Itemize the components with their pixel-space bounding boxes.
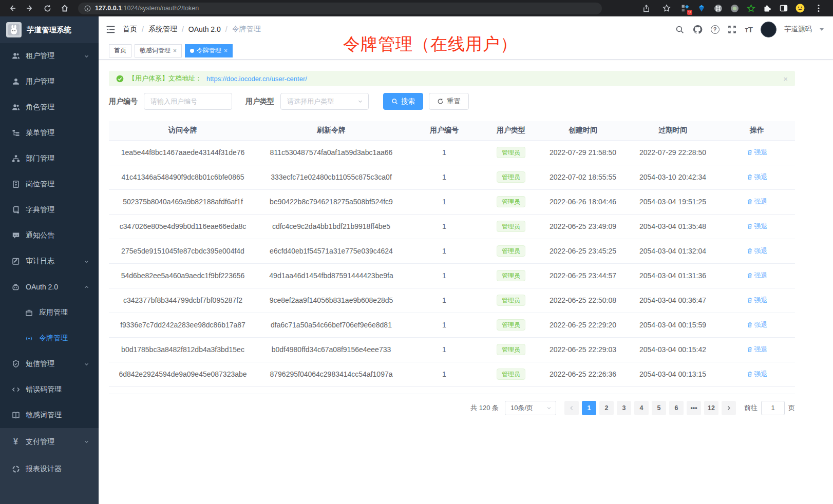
trash-icon bbox=[747, 371, 753, 377]
force-logout-button[interactable]: 强退 bbox=[747, 246, 768, 256]
sidebar-item-report-designer[interactable]: 报表设计器 bbox=[0, 455, 99, 482]
user-name[interactable]: 芋道源码 bbox=[784, 25, 812, 34]
search-button[interactable]: 搜索 bbox=[383, 93, 423, 110]
github-icon[interactable] bbox=[693, 24, 703, 34]
breadcrumb-current: 令牌管理 bbox=[232, 25, 261, 34]
page-button-2[interactable]: 2 bbox=[599, 401, 614, 415]
page-button-6[interactable]: 6 bbox=[669, 401, 684, 415]
profile-avatar-icon[interactable] bbox=[795, 3, 805, 13]
sidebar-item-oauth2[interactable]: OAuth 2.0 bbox=[0, 274, 99, 300]
sidebar-item-notice[interactable]: 通知公告 bbox=[0, 223, 99, 248]
sidebar-menu: 租户管理 用户管理 角色管理 菜单管理 部门管理 岗位管理 字典管理 bbox=[0, 43, 99, 428]
app-logo-bar[interactable]: 芋道管理系统 bbox=[0, 16, 99, 43]
url-bar[interactable]: 127.0.0.1:1024/system/oauth2/token bbox=[78, 3, 602, 14]
prev-page-button[interactable] bbox=[564, 401, 579, 415]
close-icon[interactable]: × bbox=[173, 47, 177, 54]
goto-label: 前往 bbox=[744, 403, 758, 413]
breadcrumb-oauth2[interactable]: OAuth 2.0 bbox=[188, 25, 221, 33]
sidebar-item-sms[interactable]: 短信管理 bbox=[0, 351, 99, 377]
extension-command-icon[interactable] bbox=[713, 3, 723, 13]
sidebar-bottom-section: ¥ 支付管理 报表设计器 bbox=[0, 428, 99, 504]
back-icon[interactable] bbox=[5, 2, 20, 15]
trash-icon bbox=[747, 297, 753, 303]
page-button-3[interactable]: 3 bbox=[617, 401, 631, 415]
extension-star-icon[interactable] bbox=[746, 3, 756, 13]
home-icon[interactable] bbox=[58, 2, 72, 15]
sidebar-item-post[interactable]: 岗位管理 bbox=[0, 171, 99, 197]
share-icon[interactable] bbox=[639, 2, 653, 15]
sidebar-item-role[interactable]: 角色管理 bbox=[0, 94, 99, 120]
sidebar-item-label: 用户管理 bbox=[26, 77, 54, 86]
force-logout-button[interactable]: 强退 bbox=[747, 172, 768, 182]
breadcrumb-home[interactable]: 首页 bbox=[123, 25, 137, 34]
user-type-cell: 管理员 bbox=[483, 214, 539, 239]
browser-toolbar: 127.0.0.1:1024/system/oauth2/token 9 bbox=[0, 0, 833, 16]
chevron-down-icon bbox=[546, 405, 552, 411]
user-id-input[interactable] bbox=[144, 93, 232, 110]
force-logout-button[interactable]: 强退 bbox=[747, 320, 768, 329]
page-button-12[interactable]: 12 bbox=[704, 401, 718, 415]
action-cell: 强退 bbox=[719, 263, 795, 288]
sidebar-item-pay[interactable]: ¥ 支付管理 bbox=[0, 428, 99, 455]
hamburger-icon[interactable] bbox=[99, 25, 123, 34]
force-logout-button[interactable]: 强退 bbox=[747, 296, 768, 305]
user-avatar[interactable] bbox=[761, 22, 777, 37]
page-button-4[interactable]: 4 bbox=[634, 401, 649, 415]
tag-token[interactable]: 令牌管理 × bbox=[185, 44, 233, 57]
extension-record-icon[interactable] bbox=[729, 3, 740, 13]
page-size-select[interactable]: 10条/页 bbox=[505, 401, 556, 415]
extension-puzzle-icon[interactable] bbox=[762, 3, 772, 13]
access-token-cell: 54d6be82ee5a460a9aedc1f9bf223656 bbox=[109, 263, 257, 288]
extension-gem-icon[interactable] bbox=[696, 3, 707, 13]
close-icon[interactable]: × bbox=[224, 47, 228, 54]
font-size-icon[interactable]: TT bbox=[745, 25, 753, 34]
alert-close-icon[interactable]: × bbox=[783, 74, 788, 83]
table-header-row: 访问令牌 刷新令牌 用户编号 用户类型 创建时间 过期时间 操作 bbox=[109, 121, 795, 140]
user-menu-caret-icon[interactable] bbox=[820, 28, 824, 31]
help-icon[interactable]: ? bbox=[711, 25, 720, 34]
sidebar-item-errcode[interactable]: 错误码管理 bbox=[0, 377, 99, 402]
reload-icon[interactable] bbox=[40, 2, 54, 15]
extension-tabs-icon[interactable]: 9 bbox=[680, 3, 690, 13]
sidebar-item-dept[interactable]: 部门管理 bbox=[0, 146, 99, 171]
force-logout-button[interactable]: 强退 bbox=[747, 197, 768, 206]
site-info-icon[interactable] bbox=[84, 5, 91, 12]
search-icon[interactable] bbox=[675, 24, 685, 34]
action-cell: 强退 bbox=[719, 337, 795, 362]
tag-home[interactable]: 首页 bbox=[109, 44, 131, 57]
fullscreen-icon[interactable] bbox=[727, 24, 737, 34]
alert-doc-link[interactable]: https://doc.iocoder.cn/user-center/ bbox=[206, 75, 307, 83]
sidebar-item-menu[interactable]: 菜单管理 bbox=[0, 120, 99, 146]
breadcrumb-system[interactable]: 系统管理 bbox=[148, 25, 177, 34]
user-type-select[interactable]: 请选择用户类型 bbox=[280, 93, 369, 110]
tag-sensitive-word[interactable]: 敏感词管理 × bbox=[135, 44, 182, 57]
force-logout-button[interactable]: 强退 bbox=[747, 222, 768, 231]
sidebar-item-audit-log[interactable]: 审计日志 bbox=[0, 248, 99, 274]
col-access-token: 访问令牌 bbox=[109, 121, 257, 140]
page-button-5[interactable]: 5 bbox=[652, 401, 666, 415]
force-logout-button[interactable]: 强退 bbox=[747, 148, 768, 157]
force-logout-button[interactable]: 强退 bbox=[747, 370, 768, 379]
force-logout-button[interactable]: 强退 bbox=[747, 345, 768, 354]
forward-icon[interactable] bbox=[23, 2, 37, 15]
action-cell: 强退 bbox=[719, 214, 795, 239]
next-page-button[interactable] bbox=[722, 401, 736, 415]
sidebar-item-oauth2-app[interactable]: 应用管理 bbox=[0, 300, 99, 325]
goto-page-input[interactable] bbox=[761, 401, 785, 415]
user-type-cell: 管理员 bbox=[483, 288, 539, 313]
sidebar-item-dict[interactable]: 字典管理 bbox=[0, 197, 99, 223]
sidebar-item-user[interactable]: 用户管理 bbox=[0, 69, 99, 94]
user-type-cell: 管理员 bbox=[483, 362, 539, 386]
bookmark-star-icon[interactable] bbox=[659, 2, 674, 15]
sidebar-item-sensitive-word[interactable]: 敏感词管理 bbox=[0, 402, 99, 428]
sidebar-item-tenant[interactable]: 租户管理 bbox=[0, 43, 99, 69]
force-logout-button[interactable]: 强退 bbox=[747, 271, 768, 280]
reset-button[interactable]: 重置 bbox=[429, 93, 469, 110]
page-button-1[interactable]: 1 bbox=[582, 401, 596, 415]
sidebar-item-oauth2-token[interactable]: 令牌管理 bbox=[0, 325, 99, 351]
more-pages-button[interactable]: ••• bbox=[687, 401, 701, 415]
sidebar-item-label: 岗位管理 bbox=[26, 180, 54, 189]
browser-menu-icon[interactable] bbox=[811, 2, 826, 15]
sidebar-toggle-icon[interactable] bbox=[779, 3, 789, 13]
dictionary-icon bbox=[11, 206, 20, 215]
